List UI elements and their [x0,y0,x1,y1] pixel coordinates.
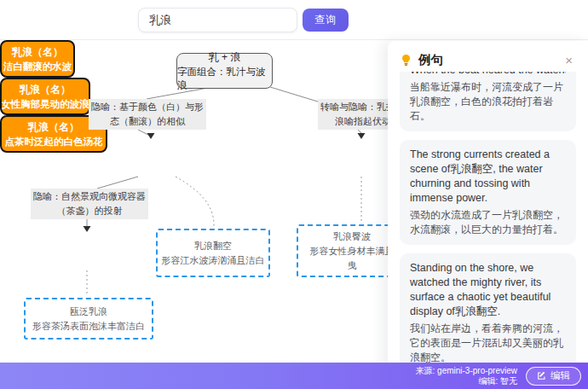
idiom-node-oufan-rulang[interactable]: 瓯泛乳浪 形容茶汤表面泡沫丰富洁白 [24,298,153,340]
example-chinese: 强劲的水流造成了一片乳浪翻空，水流翻滚，以巨大的力量拍打着。 [410,208,566,237]
idiom-node-rulang-fankong[interactable]: 乳浪翻空 形容江水波涛汹涌且洁白 [156,229,270,277]
edit-button[interactable]: 编辑 [526,367,581,386]
idiom-tunbo-def-line1: 形容女性身材丰满且 [310,244,395,258]
edge-label-tea-metaphor: 隐喻：自然景观向微观容器（茶盏）的投射 [31,189,148,219]
sense-node-tea-foam-title: 乳浪（名） [28,120,79,135]
edge-label-color-metaphor: 隐喻：基于颜色（白）与形态（翻滚）的相似 [89,99,206,130]
root-node-literal-combination[interactable]: 乳 + 浪 字面组合：乳汁与波浪 [176,53,273,89]
idiom-tunbo-title: 乳浪臀波 [333,229,371,244]
example-card-list[interactable]: When the boat neared the waterfall, the … [400,72,576,389]
idiom-tunbo-def-line2: 曳 [348,258,357,273]
example-sentences-panel: 例句 × When the boat neared the waterfall,… [388,41,588,389]
sense-node-body-waves[interactable]: 乳浪（名） 女性胸部晃动的波浪 [0,78,90,115]
panel-header: 例句 × [388,41,588,76]
example-english: When the boat neared the waterfall, the … [410,72,566,78]
top-search-bar: 查询 [0,0,588,40]
root-node-subtitle: 字面组合：乳汁与波浪 [177,65,272,92]
pencil-edit-icon [537,371,546,380]
example-card: When the boat neared the waterfall, the … [400,72,576,131]
sense-node-tea-foam-def: 点茶时泛起的白色汤花 [5,135,103,148]
idiom-fankong-title: 乳浪翻空 [194,239,232,253]
idiom-oufan-title: 瓯泛乳浪 [70,305,107,319]
attribution-footer-bar: 来源: gemini-3-pro-preview 编辑: 智无 编辑 [0,363,588,389]
source-label: 来源: gemini-3-pro-preview [416,366,517,376]
sense-node-white-waves[interactable]: 乳浪（名） 洁白翻滚的水波 [0,40,75,78]
example-chinese: 我们站在岸边，看着奔腾的河流，它的表面是一片混乱却又美丽的乳浪翻空。 [410,322,566,365]
example-card: The strong currents created a scene of乳浪… [400,140,576,245]
clipped-english-line: When the boat neared the waterfall, the … [410,72,566,78]
root-node-title: 乳 + 浪 [209,50,241,65]
idiom-fankong-def: 形容江水波涛汹涌且洁白 [162,253,265,268]
sense-node-body-waves-def: 女性胸部晃动的波浪 [1,97,89,111]
example-english: The strong currents created a scene of乳浪… [410,148,566,206]
sense-node-white-waves-title: 乳浪（名） [12,45,63,60]
edit-button-label: 编辑 [551,369,570,382]
sense-node-body-waves-title: 乳浪（名） [20,83,71,97]
example-card: Standing on the shore, we watched the mi… [400,253,576,373]
attribution-text: 来源: gemini-3-pro-preview 编辑: 智无 [416,366,517,386]
search-input[interactable] [138,8,297,32]
idiom-oufan-def: 形容茶汤表面泡沫丰富洁白 [32,319,145,334]
example-chinese: 当船靠近瀑布时，河流变成了一片乳浪翻空，白色的浪花拍打着岩石。 [410,80,566,124]
close-icon[interactable]: × [562,53,576,68]
lightbulb-icon [400,54,412,67]
editor-label: 编辑: 智无 [416,376,517,386]
app-window: 查询 乳 + 浪 字面组 [0,0,588,389]
panel-title: 例句 [418,52,562,68]
example-english: Standing on the shore, we watched the mi… [410,261,566,319]
search-button[interactable]: 查询 [303,9,349,32]
sense-node-white-waves-def: 洁白翻滚的水波 [3,60,72,73]
